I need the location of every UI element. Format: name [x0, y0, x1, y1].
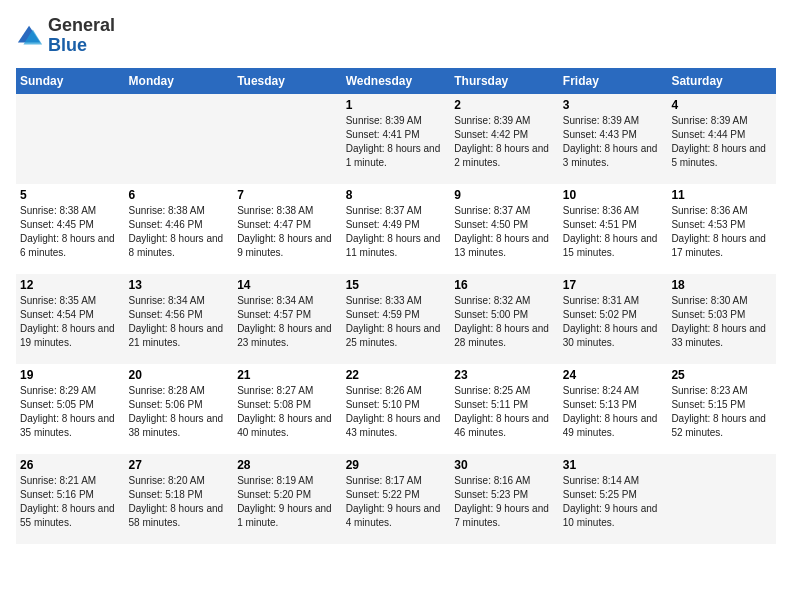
- day-info: Sunrise: 8:16 AM Sunset: 5:23 PM Dayligh…: [454, 474, 555, 530]
- day-info: Sunrise: 8:33 AM Sunset: 4:59 PM Dayligh…: [346, 294, 447, 350]
- day-number: 16: [454, 278, 555, 292]
- day-info: Sunrise: 8:24 AM Sunset: 5:13 PM Dayligh…: [563, 384, 664, 440]
- day-number: 28: [237, 458, 338, 472]
- day-info: Sunrise: 8:38 AM Sunset: 4:45 PM Dayligh…: [20, 204, 121, 260]
- calendar-cell: 25Sunrise: 8:23 AM Sunset: 5:15 PM Dayli…: [667, 364, 776, 454]
- day-number: 4: [671, 98, 772, 112]
- day-number: 20: [129, 368, 230, 382]
- day-info: Sunrise: 8:23 AM Sunset: 5:15 PM Dayligh…: [671, 384, 772, 440]
- day-number: 21: [237, 368, 338, 382]
- week-row-5: 26Sunrise: 8:21 AM Sunset: 5:16 PM Dayli…: [16, 454, 776, 544]
- calendar-cell: 16Sunrise: 8:32 AM Sunset: 5:00 PM Dayli…: [450, 274, 559, 364]
- day-number: 23: [454, 368, 555, 382]
- calendar-cell: 20Sunrise: 8:28 AM Sunset: 5:06 PM Dayli…: [125, 364, 234, 454]
- header-row: SundayMondayTuesdayWednesdayThursdayFrid…: [16, 68, 776, 94]
- day-info: Sunrise: 8:39 AM Sunset: 4:42 PM Dayligh…: [454, 114, 555, 170]
- calendar-cell: 30Sunrise: 8:16 AM Sunset: 5:23 PM Dayli…: [450, 454, 559, 544]
- day-info: Sunrise: 8:28 AM Sunset: 5:06 PM Dayligh…: [129, 384, 230, 440]
- calendar-cell: 18Sunrise: 8:30 AM Sunset: 5:03 PM Dayli…: [667, 274, 776, 364]
- day-info: Sunrise: 8:20 AM Sunset: 5:18 PM Dayligh…: [129, 474, 230, 530]
- day-info: Sunrise: 8:39 AM Sunset: 4:41 PM Dayligh…: [346, 114, 447, 170]
- day-info: Sunrise: 8:38 AM Sunset: 4:46 PM Dayligh…: [129, 204, 230, 260]
- week-row-4: 19Sunrise: 8:29 AM Sunset: 5:05 PM Dayli…: [16, 364, 776, 454]
- calendar-cell: 8Sunrise: 8:37 AM Sunset: 4:49 PM Daylig…: [342, 184, 451, 274]
- day-number: 19: [20, 368, 121, 382]
- calendar-cell: 27Sunrise: 8:20 AM Sunset: 5:18 PM Dayli…: [125, 454, 234, 544]
- calendar-cell: 1Sunrise: 8:39 AM Sunset: 4:41 PM Daylig…: [342, 94, 451, 184]
- day-info: Sunrise: 8:37 AM Sunset: 4:50 PM Dayligh…: [454, 204, 555, 260]
- week-row-1: 1Sunrise: 8:39 AM Sunset: 4:41 PM Daylig…: [16, 94, 776, 184]
- day-number: 10: [563, 188, 664, 202]
- day-info: Sunrise: 8:38 AM Sunset: 4:47 PM Dayligh…: [237, 204, 338, 260]
- calendar-cell: 12Sunrise: 8:35 AM Sunset: 4:54 PM Dayli…: [16, 274, 125, 364]
- day-number: 30: [454, 458, 555, 472]
- day-number: 22: [346, 368, 447, 382]
- day-number: 24: [563, 368, 664, 382]
- calendar-cell: 26Sunrise: 8:21 AM Sunset: 5:16 PM Dayli…: [16, 454, 125, 544]
- logo-blue-text: Blue: [48, 35, 87, 55]
- calendar-cell: [233, 94, 342, 184]
- calendar-cell: 15Sunrise: 8:33 AM Sunset: 4:59 PM Dayli…: [342, 274, 451, 364]
- calendar-cell: 10Sunrise: 8:36 AM Sunset: 4:51 PM Dayli…: [559, 184, 668, 274]
- day-number: 27: [129, 458, 230, 472]
- day-number: 12: [20, 278, 121, 292]
- day-info: Sunrise: 8:34 AM Sunset: 4:56 PM Dayligh…: [129, 294, 230, 350]
- day-info: Sunrise: 8:30 AM Sunset: 5:03 PM Dayligh…: [671, 294, 772, 350]
- calendar-cell: 31Sunrise: 8:14 AM Sunset: 5:25 PM Dayli…: [559, 454, 668, 544]
- day-info: Sunrise: 8:34 AM Sunset: 4:57 PM Dayligh…: [237, 294, 338, 350]
- calendar-cell: 24Sunrise: 8:24 AM Sunset: 5:13 PM Dayli…: [559, 364, 668, 454]
- header-saturday: Saturday: [667, 68, 776, 94]
- day-info: Sunrise: 8:26 AM Sunset: 5:10 PM Dayligh…: [346, 384, 447, 440]
- day-info: Sunrise: 8:21 AM Sunset: 5:16 PM Dayligh…: [20, 474, 121, 530]
- week-row-2: 5Sunrise: 8:38 AM Sunset: 4:45 PM Daylig…: [16, 184, 776, 274]
- calendar-cell: 22Sunrise: 8:26 AM Sunset: 5:10 PM Dayli…: [342, 364, 451, 454]
- day-number: 26: [20, 458, 121, 472]
- calendar-cell: 5Sunrise: 8:38 AM Sunset: 4:45 PM Daylig…: [16, 184, 125, 274]
- day-info: Sunrise: 8:37 AM Sunset: 4:49 PM Dayligh…: [346, 204, 447, 260]
- calendar-cell: 19Sunrise: 8:29 AM Sunset: 5:05 PM Dayli…: [16, 364, 125, 454]
- calendar-cell: 23Sunrise: 8:25 AM Sunset: 5:11 PM Dayli…: [450, 364, 559, 454]
- day-number: 31: [563, 458, 664, 472]
- day-number: 6: [129, 188, 230, 202]
- day-number: 3: [563, 98, 664, 112]
- day-info: Sunrise: 8:32 AM Sunset: 5:00 PM Dayligh…: [454, 294, 555, 350]
- header-sunday: Sunday: [16, 68, 125, 94]
- calendar-cell: 3Sunrise: 8:39 AM Sunset: 4:43 PM Daylig…: [559, 94, 668, 184]
- header-thursday: Thursday: [450, 68, 559, 94]
- day-info: Sunrise: 8:14 AM Sunset: 5:25 PM Dayligh…: [563, 474, 664, 530]
- day-number: 7: [237, 188, 338, 202]
- day-info: Sunrise: 8:19 AM Sunset: 5:20 PM Dayligh…: [237, 474, 338, 530]
- calendar-cell: 2Sunrise: 8:39 AM Sunset: 4:42 PM Daylig…: [450, 94, 559, 184]
- calendar-cell: 29Sunrise: 8:17 AM Sunset: 5:22 PM Dayli…: [342, 454, 451, 544]
- logo-icon: [16, 22, 44, 50]
- calendar-cell: [667, 454, 776, 544]
- day-info: Sunrise: 8:39 AM Sunset: 4:43 PM Dayligh…: [563, 114, 664, 170]
- calendar-cell: 17Sunrise: 8:31 AM Sunset: 5:02 PM Dayli…: [559, 274, 668, 364]
- day-info: Sunrise: 8:39 AM Sunset: 4:44 PM Dayligh…: [671, 114, 772, 170]
- day-number: 5: [20, 188, 121, 202]
- week-row-3: 12Sunrise: 8:35 AM Sunset: 4:54 PM Dayli…: [16, 274, 776, 364]
- day-number: 15: [346, 278, 447, 292]
- day-number: 9: [454, 188, 555, 202]
- calendar-cell: 4Sunrise: 8:39 AM Sunset: 4:44 PM Daylig…: [667, 94, 776, 184]
- day-number: 18: [671, 278, 772, 292]
- day-number: 8: [346, 188, 447, 202]
- header-friday: Friday: [559, 68, 668, 94]
- logo: General Blue: [16, 16, 115, 56]
- day-number: 13: [129, 278, 230, 292]
- calendar-table: SundayMondayTuesdayWednesdayThursdayFrid…: [16, 68, 776, 544]
- day-info: Sunrise: 8:31 AM Sunset: 5:02 PM Dayligh…: [563, 294, 664, 350]
- day-number: 14: [237, 278, 338, 292]
- calendar-cell: 7Sunrise: 8:38 AM Sunset: 4:47 PM Daylig…: [233, 184, 342, 274]
- header-wednesday: Wednesday: [342, 68, 451, 94]
- day-info: Sunrise: 8:27 AM Sunset: 5:08 PM Dayligh…: [237, 384, 338, 440]
- calendar-cell: 9Sunrise: 8:37 AM Sunset: 4:50 PM Daylig…: [450, 184, 559, 274]
- day-number: 29: [346, 458, 447, 472]
- day-info: Sunrise: 8:17 AM Sunset: 5:22 PM Dayligh…: [346, 474, 447, 530]
- header-monday: Monday: [125, 68, 234, 94]
- calendar-cell: [125, 94, 234, 184]
- calendar-cell: 11Sunrise: 8:36 AM Sunset: 4:53 PM Dayli…: [667, 184, 776, 274]
- calendar-cell: 28Sunrise: 8:19 AM Sunset: 5:20 PM Dayli…: [233, 454, 342, 544]
- page-header: General Blue: [16, 16, 776, 56]
- calendar-cell: 13Sunrise: 8:34 AM Sunset: 4:56 PM Dayli…: [125, 274, 234, 364]
